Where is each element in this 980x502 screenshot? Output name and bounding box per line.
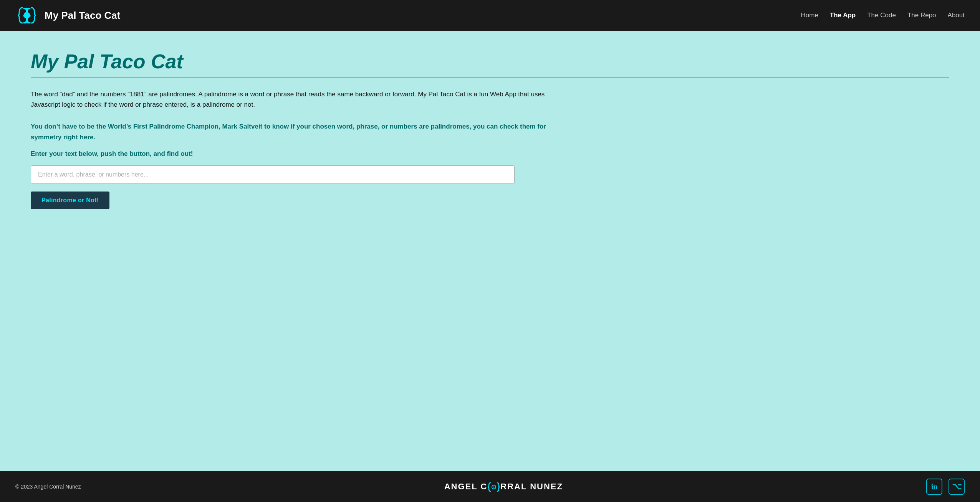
- svg-point-6: [26, 15, 28, 16]
- svg-point-8: [493, 487, 495, 488]
- page-title: My Pal Taco Cat: [31, 50, 949, 73]
- description-text: The word “dad” and the numbers “1881” ar…: [31, 89, 568, 110]
- nav-item-the-app[interactable]: The App: [830, 12, 856, 19]
- footer-copyright: © 2023 Angel Corral Nunez: [15, 484, 81, 490]
- brand-title: My Pal Taco Cat: [45, 10, 120, 21]
- nav-link-about[interactable]: About: [948, 12, 965, 19]
- nav-link-the-code[interactable]: The Code: [867, 12, 896, 19]
- footer: © 2023 Angel Corral Nunez ANGEL C RRAL N…: [0, 471, 980, 502]
- footer-brand-part2: RRAL NUNEZ: [500, 482, 563, 492]
- github-link[interactable]: ⌥: [949, 479, 965, 495]
- linkedin-link[interactable]: in: [926, 479, 942, 495]
- footer-brand-part1: ANGEL C: [444, 482, 488, 492]
- footer-social-icons: in ⌥: [926, 479, 965, 495]
- linkedin-icon: in: [931, 482, 938, 491]
- check-button[interactable]: Palindrome or Not!: [31, 192, 109, 209]
- footer-brand-icon: [488, 481, 500, 492]
- main-content: My Pal Taco Cat The word “dad” and the n…: [0, 31, 980, 471]
- nav-link-home[interactable]: Home: [801, 12, 818, 19]
- palindrome-input[interactable]: [31, 165, 515, 184]
- nav-item-the-code[interactable]: The Code: [867, 12, 896, 19]
- nav-link-the-repo[interactable]: The Repo: [907, 12, 936, 19]
- bold-description: You don’t have to be the World’s First P…: [31, 121, 568, 142]
- nav-item-the-repo[interactable]: The Repo: [907, 12, 936, 19]
- nav-item-home[interactable]: Home: [801, 12, 818, 19]
- nav-link-the-app[interactable]: The App: [830, 12, 856, 19]
- nav-menu: Home The App The Code The Repo About: [801, 12, 965, 19]
- footer-brand-name: ANGEL C RRAL NUNEZ: [444, 481, 563, 492]
- title-divider: [31, 77, 949, 78]
- cta-text: Enter your text below, push the button, …: [31, 150, 949, 158]
- nav-item-about[interactable]: About: [948, 12, 965, 19]
- navbar: { } My Pal Taco Cat Home The App The Cod…: [0, 0, 980, 31]
- github-icon: ⌥: [952, 482, 962, 492]
- brand-link[interactable]: { } My Pal Taco Cat: [15, 4, 120, 27]
- brand-logo-icon: { }: [15, 4, 38, 27]
